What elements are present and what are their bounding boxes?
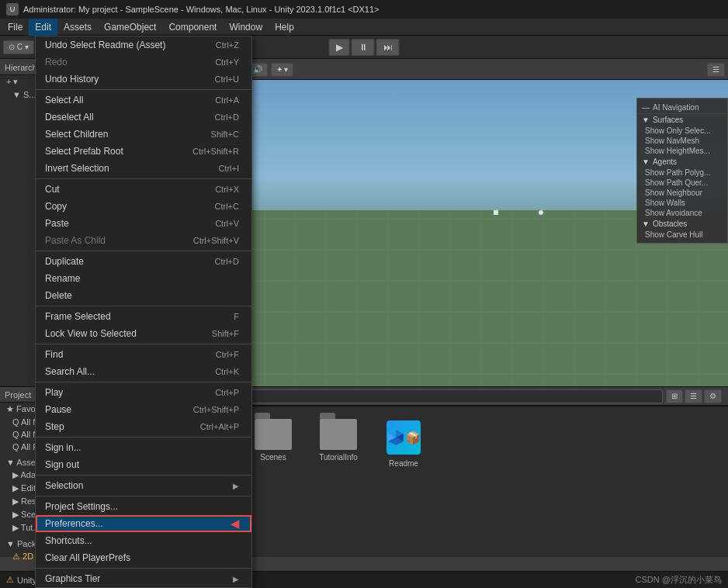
menu-find[interactable]: FindCtrl+F	[36, 346, 251, 363]
project-search-bar: ⊞ ☰ ⚙	[171, 386, 728, 406]
menu-shortcuts[interactable]: Shortcuts...	[36, 532, 251, 549]
scene-toolbar: ⊞ ▾ 2D 💡 🔊 ✦ ▾ ☰	[171, 60, 728, 80]
menu-assets[interactable]: Assets	[57, 19, 98, 36]
sep-2	[36, 178, 251, 179]
menu-graphics-tier[interactable]: Graphics Tier▶	[36, 570, 251, 587]
scene-object2	[539, 210, 543, 215]
menu-paste[interactable]: PasteCtrl+V	[36, 215, 251, 232]
menu-frame-selected[interactable]: Frame SelectedF	[36, 308, 251, 325]
show-navmesh[interactable]: Show NavMesh	[637, 136, 727, 146]
menu-rename[interactable]: Rename	[36, 270, 251, 287]
warning-icon: ⚠	[6, 575, 14, 585]
play-controls: ▶ ⏸ ⏭	[329, 36, 400, 59]
show-path-polygon[interactable]: Show Path Polyg...	[637, 168, 727, 178]
menu-select-prefab-root[interactable]: Select Prefab RootCtrl+Shift+R	[36, 143, 251, 160]
obstacles-label: Obstacles	[653, 220, 687, 228]
asset-readme[interactable]: Readme	[379, 419, 428, 468]
show-only-selected[interactable]: Show Only Selec...	[637, 126, 727, 136]
project-panel: Resources Scenes TutorialInfo	[171, 406, 728, 557]
ai-navigation-panel: — AI Navigation ▼Surfaces Show Only Sele…	[636, 98, 728, 244]
assets-area: Resources Scenes TutorialInfo	[171, 406, 728, 480]
ai-nav-header: — AI Navigation	[637, 102, 727, 114]
agents-label: Agents	[653, 157, 677, 166]
menu-clear-playerprefs[interactable]: Clear All PlayerPrefs	[36, 549, 251, 566]
sep-4	[36, 306, 251, 306]
menu-search-all[interactable]: Search All...Ctrl+K	[36, 363, 251, 380]
menu-step[interactable]: StepCtrl+Alt+P	[36, 418, 251, 435]
app-icon: U	[6, 3, 19, 16]
pause-button[interactable]: ⏸	[352, 39, 375, 56]
menu-select-all[interactable]: Select AllCtrl+A	[36, 92, 251, 109]
menu-duplicate[interactable]: DuplicateCtrl+D	[36, 253, 251, 270]
menu-undo-history[interactable]: Undo HistoryCtrl+U	[36, 71, 251, 88]
sep-5	[36, 344, 251, 344]
agents-section: ▼Agents	[637, 156, 727, 168]
title-bar: U Administrator: My project - SampleScen…	[0, 0, 728, 19]
readme-icon-container	[385, 419, 422, 456]
show-path-query[interactable]: Show Path Quer...	[637, 178, 727, 188]
sep-3	[36, 251, 251, 251]
asset-tutorialinfo[interactable]: TutorialInfo	[314, 419, 363, 462]
show-walls[interactable]: Show Walls	[637, 198, 727, 208]
surfaces-section: ▼Surfaces	[637, 114, 727, 126]
menu-help[interactable]: Help	[269, 19, 300, 36]
folder-label-scenes: Scenes	[260, 453, 286, 462]
menu-sign-in[interactable]: Sign in...	[36, 439, 251, 456]
cube-svg	[387, 428, 405, 447]
menu-bar: File Edit Assets GameObject Component Wi…	[0, 19, 728, 36]
menu-edit[interactable]: Edit	[29, 19, 57, 36]
readme-icon	[387, 420, 421, 455]
menu-undo[interactable]: Undo Select Readme (Asset)Ctrl+Z	[36, 36, 251, 54]
scene-gizmos-btn[interactable]: ☰	[707, 63, 725, 77]
sep-10	[36, 568, 251, 569]
menu-redo: RedoCtrl+Y	[36, 54, 251, 71]
menu-sign-out[interactable]: Sign out	[36, 456, 251, 473]
menu-gameobject[interactable]: GameObject	[98, 19, 162, 36]
menu-cut[interactable]: CutCtrl+X	[36, 181, 251, 198]
menu-selection[interactable]: Selection▶	[36, 477, 251, 494]
search-extra-btn[interactable]: ⚙	[704, 389, 722, 403]
folder-label-tutorialinfo: TutorialInfo	[319, 453, 358, 462]
menu-play[interactable]: PlayCtrl+P	[36, 384, 251, 401]
menu-delete[interactable]: Delete	[36, 287, 251, 304]
menu-window[interactable]: Window	[223, 19, 269, 36]
show-neighbour[interactable]: Show Neighbour	[637, 188, 727, 198]
folder-label-readme: Readme	[389, 459, 418, 468]
project-side-title: Project	[5, 390, 31, 399]
menu-deselect-all[interactable]: Deselect AllCtrl+D	[36, 109, 251, 126]
scene-fx-btn[interactable]: ✦ ▾	[271, 63, 294, 77]
show-heightmesh[interactable]: Show HeightMes...	[637, 146, 727, 156]
menu-copy[interactable]: CopyCtrl+C	[36, 198, 251, 215]
menu-pause[interactable]: PauseCtrl+Shift+P	[36, 401, 251, 418]
sep-8	[36, 475, 251, 476]
ai-nav-title: AI Navigation	[653, 103, 699, 112]
watermark: CSDN @浮沉的小菜鸟	[636, 574, 722, 586]
sep-6	[36, 382, 251, 382]
menu-select-children[interactable]: Select ChildrenShift+C	[36, 126, 251, 143]
menu-invert-selection[interactable]: Invert SelectionCtrl+I	[36, 160, 251, 177]
menu-component[interactable]: Component	[162, 19, 223, 36]
show-carve-hull[interactable]: Show Carve Hull	[637, 230, 727, 240]
surfaces-label: Surfaces	[653, 116, 683, 124]
menu-paste-as-child: Paste As ChildCtrl+Shift+V	[36, 232, 251, 249]
arrow-indicator: ◀	[231, 517, 239, 530]
sep-9	[36, 496, 251, 496]
menu-preferences[interactable]: Preferences... ◀	[36, 515, 251, 532]
search-type-btn[interactable]: ☰	[685, 389, 702, 403]
obstacles-section: ▼Obstacles	[637, 218, 727, 230]
show-avoidance[interactable]: Show Avoidance	[637, 208, 727, 218]
menu-project-settings[interactable]: Project Settings...	[36, 498, 251, 515]
folder-icon-scenes	[255, 419, 292, 450]
search-filter-btn[interactable]: ⊞	[666, 389, 683, 403]
scene-object	[494, 210, 498, 215]
title-text: Administrator: My project - SampleScene …	[23, 5, 380, 14]
step-button[interactable]: ⏭	[376, 39, 400, 56]
folder-icon-tutorialinfo	[320, 419, 357, 450]
sep-1	[36, 89, 251, 90]
play-button[interactable]: ▶	[329, 39, 350, 56]
asset-scenes[interactable]: Scenes	[248, 419, 298, 462]
menu-lock-view[interactable]: Lock View to SelectedShift+F	[36, 325, 251, 342]
toolbar-c-button[interactable]: ⊙ C ▾	[3, 40, 34, 54]
menu-file[interactable]: File	[2, 19, 29, 36]
edit-dropdown-menu: Undo Select Readme (Asset)Ctrl+Z RedoCtr…	[35, 36, 252, 588]
